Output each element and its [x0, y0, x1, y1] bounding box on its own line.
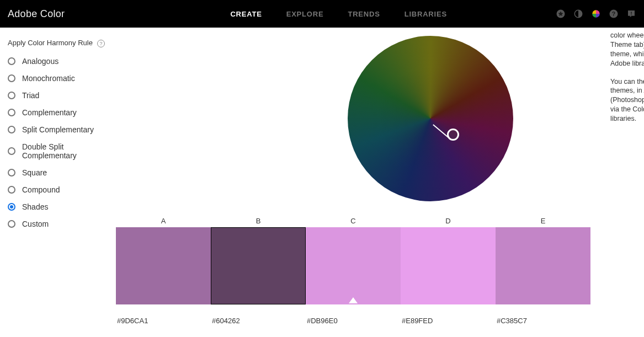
swatch-area: A B C D E #9D6CA1 #604262 #DB96E0 #E89FE…: [116, 217, 644, 325]
info-paragraph-2: You can then use these color themes, in …: [610, 77, 644, 124]
info-panel: color wheel (or via the Extract Theme ta…: [610, 31, 644, 132]
rule-triad[interactable]: Triad: [8, 91, 108, 100]
rule-label: Double Split Complementary: [22, 142, 108, 160]
hex-c[interactable]: #DB96E0: [306, 317, 401, 325]
radio-icon: [8, 203, 15, 211]
swatch-c[interactable]: [306, 227, 401, 304]
hex-e[interactable]: #C385C7: [496, 317, 590, 325]
rule-complementary[interactable]: Complementary: [8, 108, 108, 117]
wheel-picker-handle[interactable]: [447, 129, 459, 141]
sidebar: Apply Color Harmony Rule ? Analogous Mon…: [0, 28, 116, 237]
brand-title: Adobe Color: [8, 8, 65, 20]
rule-square[interactable]: Square: [8, 168, 108, 177]
radio-icon: [8, 147, 15, 155]
radio-icon: [8, 126, 15, 133]
radio-icon: [8, 220, 15, 228]
radio-icon: [8, 186, 15, 194]
swatch-label-d: D: [401, 217, 496, 227]
color-wheel[interactable]: [348, 36, 513, 201]
rule-label: Analogous: [22, 57, 58, 66]
hex-d[interactable]: #E89FED: [401, 317, 496, 325]
star-icon[interactable]: [556, 9, 566, 19]
rule-label: Monochromatic: [22, 74, 75, 83]
rule-label: Compound: [22, 185, 60, 194]
rule-label: Complementary: [22, 108, 77, 117]
top-nav: CREATE EXPLORE TRENDS LIBRARIES: [230, 10, 447, 18]
announcement-icon[interactable]: [626, 9, 636, 19]
base-color-pointer-icon: [349, 297, 358, 303]
top-bar: Adobe Color CREATE EXPLORE TRENDS LIBRAR…: [0, 0, 644, 28]
rule-double-split-complementary[interactable]: Double Split Complementary: [8, 142, 108, 160]
rule-label: Shades: [22, 202, 48, 211]
top-icons: ?: [556, 9, 636, 19]
svg-text:?: ?: [612, 10, 615, 17]
swatch-b[interactable]: [211, 227, 306, 304]
rule-label: Square: [22, 168, 47, 177]
radio-icon: [8, 57, 15, 65]
contrast-icon[interactable]: [573, 9, 583, 19]
nav-explore[interactable]: EXPLORE: [286, 10, 324, 18]
rule-analogous[interactable]: Analogous: [8, 57, 108, 66]
svg-rect-5: [631, 12, 632, 14]
rule-label: Custom: [22, 220, 49, 228]
swatch-label-b: B: [211, 217, 306, 227]
swatch-label-e: E: [496, 217, 590, 227]
rule-label: Split Complementary: [22, 125, 94, 134]
swatch-e[interactable]: [496, 227, 590, 304]
help-icon[interactable]: ?: [609, 9, 619, 19]
rule-monochromatic[interactable]: Monochromatic: [8, 74, 108, 83]
rule-split-complementary[interactable]: Split Complementary: [8, 125, 108, 134]
help-small-icon[interactable]: ?: [97, 40, 105, 47]
main-area: A B C D E #9D6CA1 #604262 #DB96E0 #E89FE…: [116, 28, 644, 237]
nav-trends[interactable]: TRENDS: [348, 10, 380, 18]
hex-b[interactable]: #604262: [211, 317, 306, 325]
sidebar-title: Apply Color Harmony Rule: [8, 39, 93, 48]
svg-rect-6: [631, 14, 632, 15]
swatch-d[interactable]: [401, 227, 496, 304]
rule-shades[interactable]: Shades: [8, 202, 108, 211]
swatch-label-a: A: [116, 217, 211, 227]
swatch-a[interactable]: [116, 227, 211, 304]
rule-label: Triad: [22, 91, 39, 100]
radio-icon: [8, 109, 15, 116]
radio-icon: [8, 169, 15, 176]
radio-icon: [8, 74, 15, 82]
rule-compound[interactable]: Compound: [8, 185, 108, 194]
swatch-label-c: C: [306, 217, 401, 227]
rule-custom[interactable]: Custom: [8, 220, 108, 228]
nav-libraries[interactable]: LIBRARIES: [405, 10, 447, 18]
radio-icon: [8, 92, 15, 99]
nav-create[interactable]: CREATE: [230, 10, 262, 18]
color-wheel-icon[interactable]: [591, 9, 601, 19]
hex-a[interactable]: #9D6CA1: [116, 317, 211, 325]
info-paragraph-1: color wheel (or via the Extract Theme ta…: [610, 31, 644, 68]
